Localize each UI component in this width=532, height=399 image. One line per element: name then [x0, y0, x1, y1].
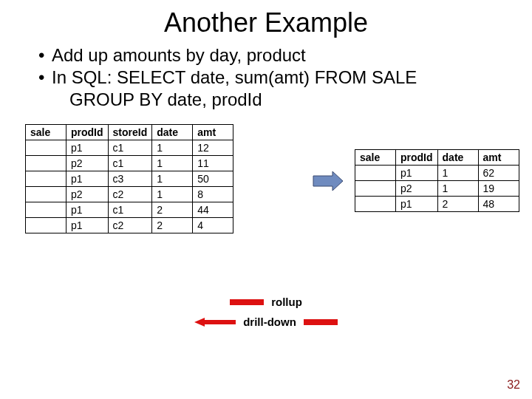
bullet-item-1: Add up amounts by day, product	[38, 44, 532, 66]
table-row: p1c3150	[26, 171, 233, 187]
bullet-item-2-cont: GROUP BY date, prodId	[0, 89, 532, 111]
table-cell: p1	[66, 140, 109, 156]
col-header: sale	[26, 125, 66, 140]
svg-rect-3	[304, 319, 338, 325]
table-cell	[355, 181, 396, 197]
legend-drilldown-row: drill-down	[0, 316, 532, 328]
table-row: p2c1111	[26, 156, 233, 171]
col-header: prodId	[396, 150, 438, 166]
table-cell: p2	[396, 181, 438, 197]
table-cell: 62	[478, 166, 519, 181]
table-cell: 2	[152, 218, 193, 233]
table-cell: 12	[193, 140, 233, 156]
table-cell	[26, 156, 66, 171]
table-cell: 1	[152, 187, 193, 202]
table-cell: 1	[152, 156, 193, 171]
table-row: p1c224	[26, 218, 233, 233]
table-cell: 2	[437, 197, 478, 212]
table-cell: 44	[193, 202, 233, 218]
legend-rollup-label: rollup	[271, 296, 302, 308]
table-cell: p1	[66, 202, 109, 218]
table-row: p1248	[355, 197, 519, 212]
table-row: p2119	[355, 181, 519, 197]
table-cell	[26, 187, 66, 202]
legend: rollup drill-down	[0, 296, 532, 335]
table-cell: 4	[193, 218, 233, 233]
rollup-bar-icon	[230, 299, 264, 305]
col-header: storeId	[108, 125, 152, 140]
table-cell: c2	[108, 218, 152, 233]
table-cell: c2	[108, 187, 152, 202]
legend-rollup-row: rollup	[0, 296, 532, 308]
svg-marker-2	[194, 318, 236, 327]
table-cell: p1	[66, 171, 109, 187]
table-cell: c1	[108, 202, 152, 218]
table-header-row: sale prodId storeId date amt	[26, 125, 233, 140]
col-header: date	[437, 150, 478, 166]
table-cell: 1	[437, 166, 478, 181]
table-cell	[26, 140, 66, 156]
right-table: sale prodId date amt p1162p2119p1248	[355, 149, 519, 212]
svg-marker-0	[313, 171, 343, 191]
page-number: 32	[507, 378, 520, 392]
rollup-arrow-icon	[310, 170, 344, 192]
table-header-row: sale prodId date amt	[355, 150, 519, 166]
slide-title: Another Example	[0, 0, 532, 44]
table-cell	[355, 197, 396, 212]
table-cell: c3	[108, 171, 152, 187]
table-cell: 2	[152, 202, 193, 218]
table-row: p1c1244	[26, 202, 233, 218]
left-table: sale prodId storeId date amt p1c1112p2c1…	[25, 124, 233, 233]
table-cell: 1	[152, 140, 193, 156]
table-cell: p1	[396, 197, 438, 212]
bullet-list: Add up amounts by day, product In SQL: S…	[0, 44, 532, 89]
col-header: date	[152, 125, 193, 140]
col-header: amt	[478, 150, 519, 166]
table-cell: 19	[478, 181, 519, 197]
table-cell: p2	[66, 156, 109, 171]
table-cell: c1	[108, 140, 152, 156]
col-header: sale	[355, 150, 396, 166]
svg-rect-1	[230, 299, 264, 305]
table-row: p1162	[355, 166, 519, 181]
table-cell	[355, 166, 396, 181]
table-cell: 48	[478, 197, 519, 212]
table-cell	[26, 202, 66, 218]
table-cell: p1	[396, 166, 438, 181]
table-cell: p1	[66, 218, 109, 233]
table-row: p1c1112	[26, 140, 233, 156]
table-cell	[26, 218, 66, 233]
table-cell: 1	[437, 181, 478, 197]
table-cell: c1	[108, 156, 152, 171]
table-cell	[26, 171, 66, 187]
table-cell: 8	[193, 187, 233, 202]
legend-drilldown-label: drill-down	[243, 316, 296, 328]
drilldown-arrow-icon	[194, 318, 236, 327]
col-header: prodId	[66, 125, 109, 140]
col-header: amt	[193, 125, 233, 140]
bullet-item-2: In SQL: SELECT date, sum(amt) FROM SALE	[38, 66, 532, 89]
table-cell: 1	[152, 171, 193, 187]
table-cell: p2	[66, 187, 109, 202]
drilldown-bar-icon	[304, 319, 338, 325]
table-cell: 11	[193, 156, 233, 171]
table-cell: 50	[193, 171, 233, 187]
table-row: p2c218	[26, 187, 233, 202]
